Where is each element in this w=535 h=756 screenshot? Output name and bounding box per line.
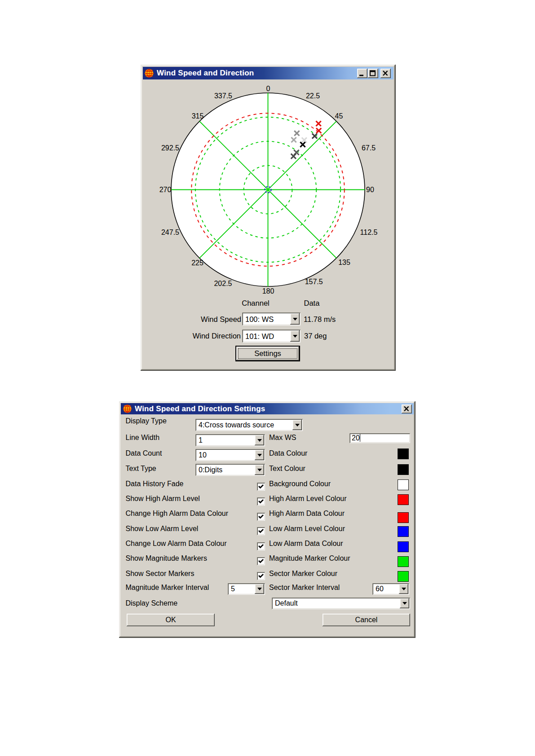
dropdown-arrow-icon (293, 335, 297, 340)
angle-label: 315 (192, 112, 204, 120)
sector-marker-colour-label: Sector Marker Colour (269, 569, 337, 578)
show-sector-markers-label: Show Sector Markers (126, 569, 195, 578)
dropdown-arrow-icon (257, 469, 262, 474)
data-header: Data (304, 299, 320, 308)
text-caret (360, 434, 361, 442)
dropdown-arrow-icon (257, 454, 262, 459)
check-icon (259, 529, 263, 532)
sector-marker-interval-dropdown-button[interactable] (399, 584, 408, 594)
wind-direction-channel-combo[interactable]: 101: WD (242, 330, 301, 343)
data-count-label: Data Count (126, 449, 162, 457)
data-count-value: 10 (199, 451, 207, 459)
angle-label: 292.5 (161, 144, 179, 152)
angle-label: 67.5 (362, 144, 376, 152)
data-history-fade-checkbox[interactable] (257, 483, 265, 491)
angle-label: 135 (338, 259, 350, 266)
center-dot (267, 189, 269, 191)
display-scheme-dropdown-button[interactable] (400, 598, 409, 608)
show-high-alarm-level-checkbox[interactable] (257, 497, 265, 505)
text-type-combo[interactable]: 0:Digits (195, 464, 265, 476)
display-type-value: 4:Cross towards source (199, 421, 274, 429)
channel-header: Channel (233, 299, 279, 308)
ok-button-label: OK (165, 616, 176, 624)
change-high-alarm-data-colour-checkbox[interactable] (257, 513, 265, 521)
close-button[interactable] (402, 404, 412, 413)
sector-marker-interval-combo[interactable]: 60 (372, 583, 409, 595)
change-low-alarm-data-colour-checkbox[interactable] (257, 542, 265, 550)
check-icon (259, 559, 263, 563)
check-icon (259, 485, 263, 488)
data-history-fade-label: Data History Fade (126, 479, 184, 488)
text-colour-swatch[interactable] (398, 464, 409, 475)
check-icon (259, 545, 263, 548)
data-count-combo[interactable]: 10 (195, 449, 265, 461)
show-low-alarm-level-checkbox[interactable] (257, 527, 265, 535)
magnitude-marker-interval-combo[interactable]: 5 (228, 583, 265, 595)
settings-dialog: Wind Speed and Direction Settings Displa… (119, 401, 416, 638)
show-sector-markers-checkbox[interactable] (257, 572, 265, 580)
settings-title: Wind Speed and Direction Settings (135, 404, 265, 413)
wind-display-window: Wind Speed and Direction 022.54567.59011… (141, 65, 396, 371)
data-colour-label: Data Colour (269, 449, 307, 457)
low-alarm-data-colour-label: Low Alarm Data Colour (269, 539, 343, 548)
wind-direction-channel-dropdown-button[interactable] (290, 330, 300, 342)
show-magnitude-markers-checkbox[interactable] (257, 557, 265, 565)
max-ws-label: Max WS (269, 433, 296, 442)
magnitude-marker-interval-dropdown-button[interactable] (255, 584, 264, 594)
max-ws-field[interactable]: 20 (349, 433, 410, 443)
cancel-button[interactable]: Cancel (323, 614, 410, 626)
display-type-combo[interactable]: 4:Cross towards source (195, 419, 303, 431)
check-icon (259, 500, 263, 503)
dropdown-arrow-icon (293, 318, 297, 323)
show-high-alarm-level-label: Show High Alarm Level (126, 494, 200, 503)
line-width-dropdown-button[interactable] (255, 435, 264, 445)
maximize-button[interactable] (368, 69, 378, 78)
wind-speed-data-value: 11.78 m/s (304, 315, 336, 324)
text-type-value: 0:Digits (199, 466, 222, 474)
magnitude-marker-colour-swatch[interactable] (398, 556, 409, 567)
low-alarm-level-colour-swatch[interactable] (398, 526, 409, 537)
display-scheme-combo[interactable]: Default (272, 598, 410, 609)
low-alarm-data-colour-swatch[interactable] (398, 541, 409, 552)
minimize-button[interactable] (357, 69, 367, 78)
text-colour-label: Text Colour (269, 464, 305, 473)
angle-label: 90 (366, 186, 374, 193)
app-globe-icon (123, 404, 132, 413)
low-alarm-level-colour-label: Low Alarm Level Colour (269, 524, 345, 533)
wind-speed-label: Wind Speed (183, 315, 241, 324)
text-type-dropdown-button[interactable] (255, 465, 264, 475)
wind-speed-channel-combo[interactable]: 100: WS (242, 312, 301, 325)
high-alarm-level-colour-swatch[interactable] (398, 494, 409, 505)
line-width-combo[interactable]: 1 (195, 434, 265, 446)
background-colour-label: Background Colour (269, 479, 331, 488)
angle-label: 22.5 (306, 92, 320, 100)
show-low-alarm-level-label: Show Low Alarm Level (126, 524, 199, 533)
angle-label: 270 (159, 186, 172, 193)
wind-window-titlebar[interactable]: Wind Speed and Direction (143, 67, 394, 79)
dropdown-arrow-icon (402, 588, 406, 593)
background-colour-swatch[interactable] (398, 479, 409, 490)
high-alarm-data-colour-label: High Alarm Data Colour (269, 509, 345, 518)
high-alarm-data-colour-swatch[interactable] (398, 512, 409, 523)
ok-button[interactable]: OK (127, 614, 215, 626)
sector-marker-colour-swatch[interactable] (398, 571, 409, 582)
angle-label: 0 (266, 85, 270, 92)
magnitude-marker-interval-value: 5 (231, 585, 235, 593)
close-button[interactable] (380, 69, 391, 78)
display-type-dropdown-button[interactable] (292, 420, 302, 430)
angle-label: 202.5 (214, 280, 232, 287)
settings-titlebar[interactable]: Wind Speed and Direction Settings (121, 403, 414, 414)
maximize-icon (370, 70, 375, 75)
check-icon (259, 574, 263, 577)
wind-speed-channel-value: 100: WS (245, 315, 274, 323)
data-colour-swatch[interactable] (398, 448, 409, 459)
change-low-alarm-data-colour-label: Change Low Alarm Data Colour (126, 539, 227, 548)
angle-label: 247.5 (161, 229, 179, 236)
angle-label: 45 (335, 112, 343, 120)
wind-speed-channel-dropdown-button[interactable] (290, 313, 300, 325)
settings-button[interactable]: Settings (235, 346, 300, 361)
max-ws-value: 20 (352, 434, 360, 442)
data-count-dropdown-button[interactable] (255, 450, 264, 460)
focus-rect (238, 348, 297, 359)
wind-polar-plot: 022.54567.590112.5135157.5180202.5225247… (143, 79, 394, 300)
